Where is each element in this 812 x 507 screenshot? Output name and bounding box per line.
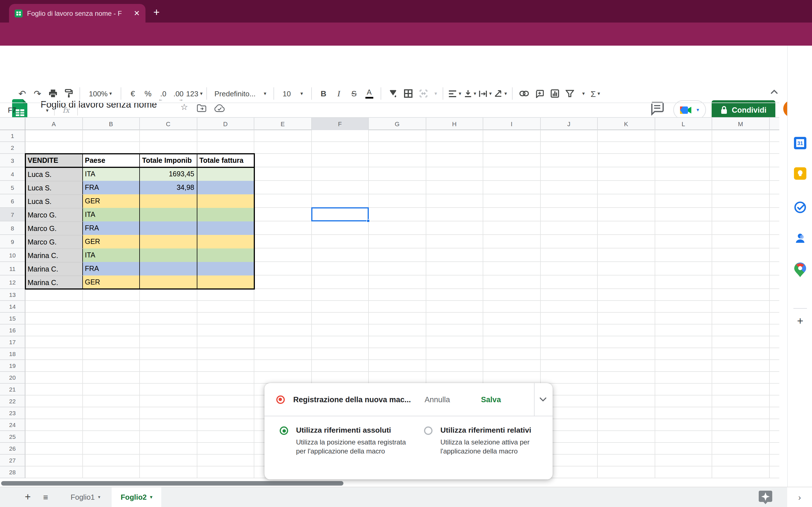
row-header-27[interactable]: 27 — [0, 455, 26, 466]
row-header-15[interactable]: 15 — [0, 313, 26, 325]
cell-fattura[interactable] — [197, 262, 254, 276]
font-size-select[interactable]: 10▾ — [278, 86, 307, 101]
row-header-10[interactable]: 10 — [0, 248, 26, 262]
cell-name[interactable]: Marco G. — [26, 208, 83, 221]
row-header-17[interactable]: 17 — [0, 336, 26, 348]
row-header-24[interactable]: 24 — [0, 419, 26, 431]
cell-imponibile[interactable] — [140, 235, 197, 248]
fill-handle[interactable] — [366, 219, 370, 223]
cell-imponibile[interactable] — [140, 276, 197, 289]
row-header-8[interactable]: 8 — [0, 221, 26, 235]
row-header-11[interactable]: 11 — [0, 262, 26, 276]
increase-decimals-button[interactable]: .00→ — [171, 86, 186, 101]
row-header-20[interactable]: 20 — [0, 372, 26, 384]
column-header-H[interactable]: H — [426, 118, 483, 130]
horizontal-align-button[interactable]: ▾ — [447, 86, 462, 101]
cell-fattura[interactable] — [197, 181, 254, 194]
decrease-decimals-button[interactable]: .0← — [156, 86, 171, 101]
undo-button[interactable]: ↶ — [15, 86, 30, 101]
row-header-3[interactable]: 3 — [0, 154, 26, 167]
tab-close-icon[interactable]: ✕ — [134, 10, 140, 17]
table-header-cell[interactable]: Totale fattura — [197, 154, 254, 167]
column-header-E[interactable]: E — [254, 118, 312, 130]
selected-cell[interactable] — [311, 207, 369, 221]
row-header-28[interactable]: 28 — [0, 466, 26, 478]
column-header-C[interactable]: C — [140, 118, 197, 130]
sheet-tab-dropdown-icon[interactable]: ▾ — [98, 495, 100, 500]
cell-imponibile[interactable] — [140, 194, 197, 208]
select-all-corner[interactable] — [0, 118, 26, 130]
functions-button[interactable]: Σ▾ — [588, 86, 603, 101]
table-header-cell[interactable]: Totale Imponib — [140, 154, 197, 167]
explore-icon[interactable] — [758, 490, 773, 505]
column-header-D[interactable]: D — [197, 118, 254, 130]
text-wrap-button[interactable]: ▾ — [477, 86, 493, 101]
column-header-L[interactable]: L — [655, 118, 712, 130]
cell-fattura[interactable] — [197, 194, 254, 208]
column-header-M[interactable]: M — [712, 118, 769, 130]
row-header-1[interactable]: 1 — [0, 130, 26, 142]
row-header-13[interactable]: 13 — [0, 289, 26, 301]
add-sheet-button[interactable]: + — [25, 491, 31, 503]
row-header-9[interactable]: 9 — [0, 235, 26, 248]
bold-button[interactable]: B — [316, 86, 331, 101]
print-button[interactable] — [45, 86, 60, 101]
row-header-12[interactable]: 12 — [0, 276, 26, 289]
calendar-icon[interactable]: 31 — [793, 136, 808, 151]
column-header-J[interactable]: J — [541, 118, 598, 130]
sheet-tab-foglio1[interactable]: Foglio1 ▾ — [62, 487, 109, 507]
collapse-dialog-icon[interactable] — [539, 395, 547, 403]
cell-imponibile[interactable] — [140, 208, 197, 221]
cell-name[interactable]: Marina C. — [26, 262, 83, 276]
format-percent-button[interactable]: % — [140, 86, 156, 101]
contacts-icon[interactable] — [793, 231, 808, 245]
table-header-cell[interactable]: Paese — [83, 154, 140, 167]
cell-name[interactable]: Luca S. — [26, 194, 83, 208]
cell-name[interactable]: Marco G. — [26, 221, 83, 235]
cell-imponibile[interactable] — [140, 248, 197, 262]
sheet-tab-foglio2[interactable]: Foglio2 ▾ — [112, 487, 161, 507]
cell-fattura[interactable] — [197, 167, 254, 181]
row-header-16[interactable]: 16 — [0, 325, 26, 336]
sheet-tab-dropdown-icon[interactable]: ▾ — [150, 495, 152, 500]
borders-button[interactable] — [400, 86, 416, 101]
column-header-G[interactable]: G — [369, 118, 426, 130]
filter-views-dropdown[interactable]: ▾ — [577, 86, 588, 101]
keep-icon[interactable] — [793, 166, 808, 181]
column-header-B[interactable]: B — [83, 118, 140, 130]
macro-save-button[interactable]: Salva — [481, 395, 501, 404]
text-color-button[interactable]: A — [361, 86, 377, 101]
merge-cells-button[interactable] — [416, 86, 431, 101]
cell-name[interactable]: Luca S. — [26, 167, 83, 181]
get-addons-button[interactable]: + — [793, 314, 808, 328]
cell-country[interactable]: ITA — [83, 167, 140, 181]
radio-unselected-icon[interactable] — [424, 427, 433, 435]
cell-fattura[interactable] — [197, 248, 254, 262]
collapse-toolbar-icon[interactable] — [770, 88, 778, 96]
cell-fattura[interactable] — [197, 221, 254, 235]
cell-country[interactable]: ITA — [83, 208, 140, 221]
expand-icon[interactable]: › — [798, 492, 801, 502]
cell-fattura[interactable] — [197, 208, 254, 221]
row-header-6[interactable]: 6 — [0, 194, 26, 208]
cell-country[interactable]: FRA — [83, 221, 140, 235]
cell-country[interactable]: FRA — [83, 181, 140, 194]
paint-format-button[interactable] — [60, 86, 75, 101]
all-sheets-menu-icon[interactable]: ≡ — [43, 492, 48, 502]
row-header-5[interactable]: 5 — [0, 181, 26, 194]
merge-dropdown[interactable]: ▾ — [431, 86, 439, 101]
strikethrough-button[interactable]: S — [346, 86, 361, 101]
cell-name[interactable]: Luca S. — [26, 181, 83, 194]
vertical-align-button[interactable]: ▾ — [462, 86, 477, 101]
text-rotation-button[interactable]: ▾ — [493, 86, 508, 101]
macro-cancel-button[interactable]: Annulla — [424, 395, 450, 404]
cell-country[interactable]: FRA — [83, 262, 140, 276]
insert-link-button[interactable] — [516, 86, 532, 101]
zoom-select[interactable]: 100%▾ — [84, 86, 117, 101]
name-box[interactable]: F7 ▾ — [0, 106, 54, 114]
cell-imponibile[interactable]: 34,98 — [140, 181, 197, 194]
cell-imponibile[interactable] — [140, 262, 197, 276]
cell-country[interactable]: GER — [83, 194, 140, 208]
row-header-2[interactable]: 2 — [0, 142, 26, 154]
insert-chart-button[interactable] — [547, 86, 562, 101]
